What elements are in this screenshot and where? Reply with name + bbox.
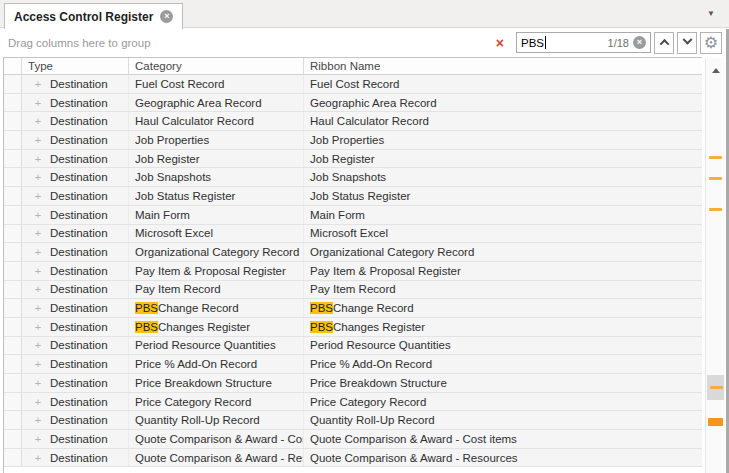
row-indicator-cell (4, 262, 22, 280)
scroll-up-arrow-icon[interactable] (712, 68, 720, 73)
row-ribbon-name-cell: Quote Comparison & Award - Resources (304, 449, 702, 467)
grid-header-row: Type Category Ribbon Name (4, 58, 702, 75)
search-next-button[interactable] (677, 32, 697, 54)
row-category-cell: Organizational Category Record (129, 243, 304, 261)
scrollbar-match-marker[interactable] (709, 177, 722, 180)
row-type-text: Destination (50, 78, 108, 90)
row-type-cell: + Destination (22, 355, 129, 373)
row-type-cell: + Destination (22, 94, 129, 112)
vertical-scrollbar[interactable] (705, 58, 725, 473)
table-row[interactable]: + Destination Price Breakdown Structure … (4, 374, 702, 393)
table-row[interactable]: + Destination Microsoft Excel Microsoft … (4, 225, 702, 244)
table-row[interactable]: + Destination Main Form Main Form (4, 206, 702, 225)
row-ribbon-name-cell: Job Status Register (304, 187, 702, 205)
expand-plus-icon[interactable]: + (33, 283, 43, 295)
row-ribbon-name-cell: Job Register (304, 150, 702, 168)
column-header-category[interactable]: Category (129, 58, 304, 74)
row-type-cell: + Destination (22, 112, 129, 130)
expand-plus-icon[interactable]: + (33, 321, 43, 333)
search-cancel-icon[interactable]: × (496, 36, 504, 50)
search-match-highlight: PBS (135, 302, 158, 314)
scrollbar-thumb[interactable] (707, 375, 724, 400)
table-row[interactable]: + Destination Quote Comparison & Award -… (4, 449, 702, 468)
expand-plus-icon[interactable]: + (33, 452, 43, 464)
row-ribbon-name-cell: PBS Change Record (304, 299, 702, 317)
table-row[interactable]: + Destination PBS Changes Register PBS C… (4, 318, 702, 337)
row-type-text: Destination (50, 190, 108, 202)
expand-plus-icon[interactable]: + (33, 115, 43, 127)
table-row[interactable]: + Destination Haul Calculator Record Hau… (4, 112, 702, 131)
expand-plus-icon[interactable]: + (33, 358, 43, 370)
data-grid: Type Category Ribbon Name + Destination … (3, 57, 702, 473)
row-type-cell: + Destination (22, 243, 129, 261)
table-row[interactable]: + Destination Quantity Roll-Up Record Qu… (4, 411, 702, 430)
table-row[interactable]: + Destination Fuel Cost Record Fuel Cost… (4, 75, 702, 94)
expand-plus-icon[interactable]: + (33, 134, 43, 146)
expand-plus-icon[interactable]: + (33, 433, 43, 445)
row-category-cell: Job Register (129, 150, 304, 168)
row-category-cell: Quantity Roll-Up Record (129, 411, 304, 429)
table-row[interactable]: + Destination Job Properties Job Propert… (4, 131, 702, 150)
search-input[interactable]: PBS 1/18 × (516, 32, 651, 53)
app-window: Access Control Register × ▼ Drag columns… (0, 0, 729, 473)
expand-plus-icon[interactable]: + (33, 97, 43, 109)
expand-plus-icon[interactable]: + (33, 190, 43, 202)
table-row[interactable]: + Destination Pay Item Record Pay Item R… (4, 281, 702, 300)
row-indicator-cell (4, 187, 22, 205)
grid-body: + Destination Fuel Cost Record Fuel Cost… (4, 75, 702, 467)
table-row[interactable]: + Destination Organizational Category Re… (4, 243, 702, 262)
expand-plus-icon[interactable]: + (33, 377, 43, 389)
row-type-text: Destination (50, 302, 108, 314)
expand-plus-icon[interactable]: + (33, 246, 43, 258)
expand-plus-icon[interactable]: + (33, 414, 43, 426)
scrollbar-match-marker[interactable] (709, 208, 722, 211)
search-previous-button[interactable] (654, 32, 674, 54)
scrollbar-match-marker (710, 386, 723, 389)
row-ribbon-name-cell: Quantity Roll-Up Record (304, 411, 702, 429)
table-row[interactable]: + Destination Job Register Job Register (4, 150, 702, 169)
row-indicator-cell (4, 318, 22, 336)
table-row[interactable]: + Destination Price Category Record Pric… (4, 393, 702, 412)
expand-plus-icon[interactable]: + (33, 265, 43, 277)
table-row[interactable]: + Destination Period Resource Quantities… (4, 337, 702, 356)
scrollbar-current-match-marker[interactable] (708, 418, 723, 426)
expand-plus-icon[interactable]: + (33, 171, 43, 183)
expand-plus-icon[interactable]: + (33, 302, 43, 314)
column-header-indicator (4, 58, 22, 74)
expand-plus-icon[interactable]: + (33, 339, 43, 351)
row-category-cell: Price Breakdown Structure (129, 374, 304, 392)
row-type-cell: + Destination (22, 168, 129, 186)
search-match-highlight: PBS (310, 321, 333, 333)
table-row[interactable]: + Destination PBS Change Record PBS Chan… (4, 299, 702, 318)
row-ribbon-name-cell: Organizational Category Record (304, 243, 702, 261)
row-indicator-cell (4, 112, 22, 130)
table-row[interactable]: + Destination Pay Item & Proposal Regist… (4, 262, 702, 281)
table-row[interactable]: + Destination Quote Comparison & Award -… (4, 430, 702, 449)
tab-close-icon[interactable]: × (160, 10, 173, 23)
table-row[interactable]: + Destination Job Status Register Job St… (4, 187, 702, 206)
scrollbar-match-marker[interactable] (709, 156, 722, 159)
expand-plus-icon[interactable]: + (33, 209, 43, 221)
row-ribbon-name-cell: Fuel Cost Record (304, 75, 702, 93)
table-row[interactable]: + Destination Job Snapshots Job Snapshot… (4, 168, 702, 187)
search-settings-button[interactable]: ⚙ (700, 32, 722, 54)
row-ribbon-name-cell: Job Snapshots (304, 168, 702, 186)
tab-list-dropdown-icon[interactable]: ▼ (707, 9, 715, 18)
row-type-cell: + Destination (22, 318, 129, 336)
search-clear-icon[interactable]: × (633, 36, 646, 49)
column-header-ribbon-name[interactable]: Ribbon Name (304, 58, 702, 74)
expand-plus-icon[interactable]: + (33, 153, 43, 165)
row-indicator-cell (4, 168, 22, 186)
expand-plus-icon[interactable]: + (33, 78, 43, 90)
row-type-cell: + Destination (22, 131, 129, 149)
tab-access-control-register[interactable]: Access Control Register × (4, 3, 183, 29)
expand-plus-icon[interactable]: + (33, 396, 43, 408)
row-type-text: Destination (50, 227, 108, 239)
row-type-cell: + Destination (22, 299, 129, 317)
row-indicator-cell (4, 243, 22, 261)
column-header-type[interactable]: Type (22, 58, 129, 74)
row-type-text: Destination (50, 358, 108, 370)
table-row[interactable]: + Destination Price % Add-On Record Pric… (4, 355, 702, 374)
expand-plus-icon[interactable]: + (33, 227, 43, 239)
table-row[interactable]: + Destination Geographic Area Record Geo… (4, 94, 702, 113)
